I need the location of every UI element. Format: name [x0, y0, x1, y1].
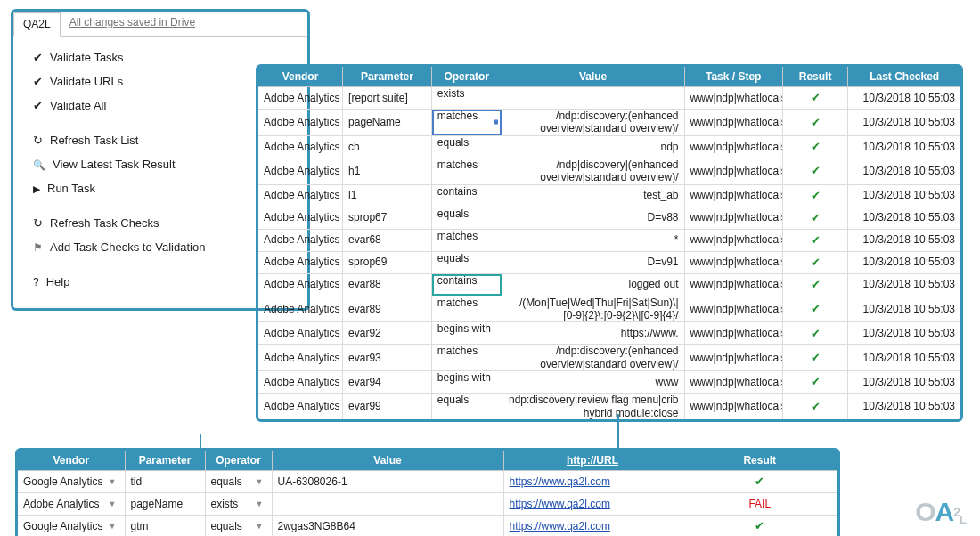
dropdown-arrow-icon[interactable]: ▼ — [253, 522, 266, 532]
operator-cell[interactable]: matches — [431, 296, 502, 322]
task-cell[interactable]: www|ndp|whatlocals: — [684, 184, 782, 207]
dropdown-arrow-icon[interactable]: ▼ — [253, 477, 266, 487]
value-cell[interactable]: https://www. — [502, 322, 684, 345]
value-cell[interactable] — [502, 87, 684, 110]
parameter-cell[interactable]: pageName — [125, 493, 205, 516]
column-header[interactable]: Vendor — [18, 451, 125, 471]
vendor-cell[interactable]: Adobe Analytics▼ — [258, 87, 343, 110]
operator-cell[interactable]: equals▼ — [205, 516, 272, 537]
vendor-cell[interactable]: Adobe Analytics▼ — [258, 345, 343, 371]
value-cell[interactable]: test_ab — [502, 184, 684, 207]
column-header[interactable]: Result — [782, 67, 848, 87]
value-cell[interactable]: logged out — [502, 273, 684, 296]
column-header[interactable]: http://URL — [503, 451, 682, 471]
parameter-cell[interactable]: evar94 — [343, 371, 432, 394]
value-cell[interactable]: /ndp:discovery:(enhanced overview|standa… — [502, 345, 684, 371]
column-header[interactable]: Last Checked — [848, 67, 960, 87]
operator-cell[interactable]: exists▼ — [205, 493, 272, 516]
operator-cell[interactable]: begins with — [431, 322, 502, 345]
column-header[interactable]: Parameter — [125, 451, 205, 471]
column-header[interactable]: Value — [502, 67, 684, 87]
operator-cell[interactable]: equals — [431, 394, 502, 419]
dropdown-arrow-icon[interactable]: ▼ — [106, 477, 119, 487]
task-cell[interactable]: www|ndp|whatlocals: — [684, 345, 782, 371]
vendor-cell[interactable]: Adobe Analytics▼ — [258, 229, 343, 251]
parameter-cell[interactable]: [report suite] — [343, 87, 432, 110]
task-cell[interactable]: www|ndp|whatlocals: — [684, 158, 782, 184]
url-cell[interactable]: https://www.qa2l.com — [503, 516, 682, 537]
task-cell[interactable]: www|ndp|whatlocals: — [684, 207, 782, 229]
column-header[interactable]: Parameter — [343, 67, 432, 87]
vendor-cell[interactable]: Google Analytics▼ — [18, 516, 125, 537]
vendor-cell[interactable]: Adobe Analytics▼ — [258, 273, 343, 296]
vendor-cell[interactable]: Adobe Analytics▼ — [258, 394, 343, 419]
operator-cell[interactable]: matches — [431, 345, 502, 371]
column-header[interactable]: Operator — [205, 451, 272, 471]
value-cell[interactable]: UA-6308026-1 — [272, 471, 503, 493]
column-header[interactable]: Task / Step — [684, 67, 782, 87]
task-cell[interactable]: www|ndp|whatlocals: — [684, 251, 782, 273]
operator-cell[interactable]: equals — [431, 207, 502, 229]
parameter-cell[interactable]: l1 — [343, 184, 432, 207]
task-cell[interactable]: www|ndp|whatlocals: — [684, 135, 782, 158]
operator-cell[interactable]: equals — [431, 251, 502, 273]
operator-cell[interactable]: matches — [431, 158, 502, 184]
parameter-cell[interactable]: evar88 — [343, 273, 432, 296]
url-link[interactable]: https://www.qa2l.com — [510, 475, 610, 488]
column-header[interactable]: Result — [682, 451, 837, 471]
task-cell[interactable]: www|ndp|whatlocals: — [684, 110, 782, 136]
operator-cell[interactable]: matches — [431, 110, 502, 136]
parameter-cell[interactable]: evar68 — [343, 229, 432, 251]
value-cell[interactable] — [272, 493, 503, 516]
value-cell[interactable]: * — [502, 229, 684, 251]
vendor-cell[interactable]: Adobe Analytics▼ — [258, 207, 343, 229]
parameter-cell[interactable]: tid — [125, 471, 205, 493]
vendor-cell[interactable]: Google Analytics▼ — [18, 471, 125, 493]
url-link[interactable]: https://www.qa2l.com — [510, 498, 610, 510]
vendor-cell[interactable]: Adobe Analytics▼ — [258, 296, 343, 322]
operator-cell[interactable]: matches — [431, 229, 502, 251]
column-header[interactable]: Value — [272, 451, 503, 471]
url-cell[interactable]: https://www.qa2l.com — [503, 471, 682, 493]
parameter-cell[interactable]: ch — [343, 135, 432, 158]
vendor-cell[interactable]: Adobe Analytics▼ — [258, 371, 343, 394]
parameter-cell[interactable]: sprop67 — [343, 207, 432, 229]
value-cell[interactable]: D=v91 — [502, 251, 684, 273]
dropdown-arrow-icon[interactable]: ▼ — [253, 499, 266, 509]
dropdown-arrow-icon[interactable]: ▼ — [106, 522, 119, 532]
dropdown-arrow-icon[interactable]: ▼ — [106, 499, 119, 509]
vendor-cell[interactable]: Adobe Analytics▼ — [258, 251, 343, 273]
vendor-cell[interactable]: Adobe Analytics▼ — [258, 135, 343, 158]
value-cell[interactable]: /(Mon|Tue|Wed|Thu|Fri|Sat|Sun)\|[0-9]{2}… — [502, 296, 684, 322]
value-cell[interactable]: www — [502, 371, 684, 394]
vendor-cell[interactable]: Adobe Analytics▼ — [258, 158, 343, 184]
task-cell[interactable]: www|ndp|whatlocals: — [684, 394, 782, 419]
operator-cell[interactable]: begins with — [431, 371, 502, 394]
column-header[interactable]: Operator — [431, 67, 502, 87]
parameter-cell[interactable]: gtm — [125, 516, 205, 537]
parameter-cell[interactable]: h1 — [343, 158, 432, 184]
operator-cell[interactable]: contains — [431, 184, 502, 207]
task-cell[interactable]: www|ndp|whatlocals: — [684, 296, 782, 322]
parameter-cell[interactable]: evar92 — [343, 322, 432, 345]
task-cell[interactable]: www|ndp|whatlocals: — [684, 229, 782, 251]
value-cell[interactable]: /ndp:discovery:(enhanced overview|standa… — [502, 110, 684, 136]
operator-cell[interactable]: contains — [431, 273, 502, 296]
url-link[interactable]: https://www.qa2l.com — [510, 520, 610, 532]
url-cell[interactable]: https://www.qa2l.com — [503, 493, 682, 516]
vendor-cell[interactable]: Adobe Analytics▼ — [18, 493, 125, 516]
column-header[interactable]: Vendor — [258, 67, 343, 87]
parameter-cell[interactable]: evar89 — [343, 296, 432, 322]
parameter-cell[interactable]: pageName — [343, 110, 432, 136]
operator-cell[interactable]: exists — [431, 87, 502, 110]
parameter-cell[interactable]: sprop69 — [343, 251, 432, 273]
vendor-cell[interactable]: Adobe Analytics▼ — [258, 110, 343, 136]
parameter-cell[interactable]: evar93 — [343, 345, 432, 371]
parameter-cell[interactable]: evar99 — [343, 394, 432, 419]
task-cell[interactable]: www|ndp|whatlocals: — [684, 371, 782, 394]
vendor-cell[interactable]: Adobe Analytics▼ — [258, 322, 343, 345]
value-cell[interactable]: 2wgas3NG8B64 — [272, 516, 503, 537]
value-cell[interactable]: ndp:discovery:review flag menu|crib hybr… — [502, 394, 684, 419]
task-cell[interactable]: www|ndp|whatlocals: — [684, 322, 782, 345]
operator-cell[interactable]: equals — [431, 135, 502, 158]
